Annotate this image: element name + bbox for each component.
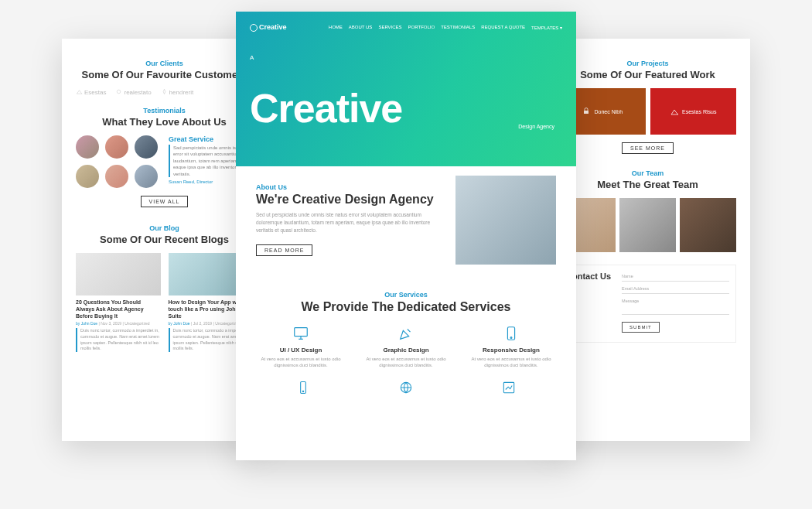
client-logos: Esestas realestato hendrerit <box>76 88 253 96</box>
service-item: UI / UX Design At vero eos et accusamus … <box>251 323 350 369</box>
about-section: About Us We're Creative Design Agency Se… <box>236 166 576 274</box>
services-title: We Provide The Dedicated Services <box>251 300 561 314</box>
blog-meta: by John Doe | Nov 3, 2019 | Uncategorize… <box>76 321 161 326</box>
testimonials-title: What They Love About Us <box>76 116 253 128</box>
avatar[interactable] <box>105 135 128 159</box>
services-section: Our Services We Provide The Dedicated Se… <box>236 274 576 395</box>
service-item: Graphic Design At vero eos et accusamus … <box>357 323 455 369</box>
services-label: Our Services <box>251 291 561 299</box>
preview-center: Creative HOME ABOUT US SERVICES PORTFOLI… <box>236 12 576 460</box>
email-field[interactable]: Email Address <box>622 284 729 294</box>
team-member[interactable] <box>619 198 676 252</box>
monitor-icon <box>251 323 350 343</box>
avatar[interactable] <box>76 135 99 159</box>
blog-excerpt: Duis nunc tortor, commodo a imperdiet in… <box>76 328 161 352</box>
nav-services[interactable]: SERVICES <box>378 25 401 30</box>
service-row-2 <box>251 380 561 395</box>
message-field[interactable]: Message <box>622 296 729 315</box>
blog-card[interactable]: 20 Questions You Should Always Ask About… <box>76 253 161 352</box>
client-item: realestato <box>115 88 151 96</box>
device-icon <box>462 323 561 343</box>
team-label: Our Team <box>559 169 736 177</box>
nav-home[interactable]: HOME <box>329 25 343 30</box>
submit-button[interactable]: SUBMIT <box>622 322 660 333</box>
avatar[interactable] <box>76 165 99 188</box>
nav-portfolio[interactable]: PORTFOLIO <box>408 25 435 30</box>
about-label: About Us <box>256 183 442 191</box>
svg-rect-3 <box>507 327 514 340</box>
hero: Creative HOME ABOUT US SERVICES PORTFOLI… <box>236 12 576 166</box>
avatar[interactable] <box>105 165 128 188</box>
hero-prefix: A <box>250 54 562 61</box>
svg-rect-2 <box>295 328 308 336</box>
blog-title: Some Of Our Recent Blogs <box>76 234 253 245</box>
about-body: Sed ut perspiciatis unde omnis iste natu… <box>256 211 442 234</box>
nav-links: HOME ABOUT US SERVICES PORTFOLIO TESTIMO… <box>329 25 562 30</box>
project-tile[interactable]: Esestas Risus <box>650 88 737 135</box>
clients-title: Some Of Our Favourite Customers <box>76 69 253 80</box>
svg-point-0 <box>118 90 121 94</box>
hero-title: Creative <box>250 91 562 127</box>
blog-thumb <box>76 253 161 295</box>
team-photos <box>559 198 736 252</box>
svc-name: Graphic Design <box>357 347 455 354</box>
svc-name: UI / UX Design <box>251 347 350 354</box>
chart-icon <box>501 380 517 395</box>
team-member[interactable] <box>680 198 736 252</box>
projects-title: Some Of Our Featured Work <box>559 69 736 80</box>
about-title: We're Creative Design Agency <box>256 193 442 207</box>
contact-form: Contact Us Name Email Address Message SU… <box>559 265 736 343</box>
blog-label: Our Blog <box>76 224 253 232</box>
svc-name: Responsive Design <box>462 347 561 354</box>
svg-rect-1 <box>584 111 589 114</box>
clients-label: Our Clients <box>76 60 253 67</box>
svg-point-4 <box>510 337 512 339</box>
nav-testimonials[interactable]: TESTIMONIALS <box>441 25 475 30</box>
nav-about[interactable]: ABOUT US <box>349 25 373 30</box>
top-nav: Creative HOME ABOUT US SERVICES PORTFOLI… <box>250 23 562 31</box>
nav-templates[interactable]: TEMPLATES ▾ <box>531 25 562 30</box>
pen-icon <box>357 323 455 343</box>
view-all-button[interactable]: VIEW ALL <box>141 196 189 207</box>
svc-desc: At vero eos et accusamus et iusto odio d… <box>462 356 561 369</box>
svc-desc: At vero eos et accusamus et iusto odio d… <box>357 356 455 369</box>
client-item: hendrerit <box>161 88 194 96</box>
svc-desc: At vero eos et accusamus et iusto odio d… <box>251 356 350 369</box>
service-item: Responsive Design At vero eos et accusam… <box>462 323 561 369</box>
blog-post-title: 20 Questions You Should Always Ask About… <box>76 299 161 319</box>
globe-icon <box>398 380 414 395</box>
see-more-button[interactable]: SEE MORE <box>622 142 674 154</box>
svg-point-6 <box>302 391 303 391</box>
projects-label: Our Projects <box>559 60 736 67</box>
avatar[interactable] <box>135 165 158 188</box>
mobile-icon <box>295 380 311 395</box>
client-item: Esestas <box>76 88 106 96</box>
site-logo[interactable]: Creative <box>250 23 287 31</box>
nav-quote[interactable]: REQUEST A QUOTE <box>481 25 525 30</box>
read-more-button[interactable]: READ MORE <box>256 244 312 256</box>
testimonials-label: Testimonials <box>76 107 253 114</box>
avatar[interactable] <box>135 135 158 159</box>
name-field[interactable]: Name <box>622 272 729 282</box>
team-title: Meet The Great Team <box>559 179 736 190</box>
about-image <box>455 176 556 265</box>
testimonial-avatars <box>76 135 158 188</box>
